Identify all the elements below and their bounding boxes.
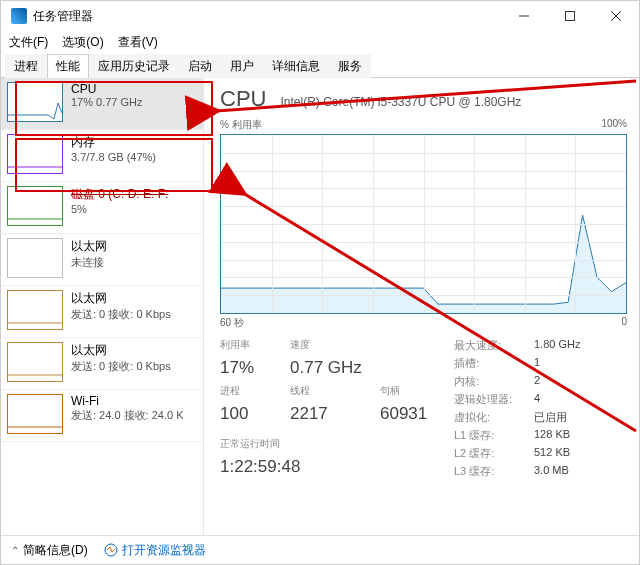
menubar: 文件(F) 选项(O) 查看(V)	[1, 31, 639, 53]
info-key: 内核:	[454, 374, 524, 389]
cpu-model: Intel(R) Core(TM) i5-3337U CPU @ 1.80GHz	[280, 95, 521, 109]
sidebar-item-subtitle: 发送: 0 接收: 0 Kbps	[71, 359, 171, 374]
sidebar-item-subtitle: 3.7/7.8 GB (47%)	[71, 151, 156, 163]
info-key: 插槽:	[454, 356, 524, 371]
close-button[interactable]	[593, 1, 639, 31]
sidebar-item-subtitle: 未连接	[71, 255, 107, 270]
info-key: L3 缓存:	[454, 464, 524, 479]
value-uptime: 1:22:59:48	[220, 457, 450, 479]
sidebar-item-title: 以太网	[71, 342, 171, 359]
open-resource-monitor-link[interactable]: 打开资源监视器	[104, 542, 206, 559]
info-value: 128 KB	[524, 428, 580, 443]
svg-rect-1	[566, 12, 575, 21]
sidebar-item-以太网[interactable]: 以太网发送: 0 接收: 0 Kbps	[1, 286, 203, 338]
axis-top-right: 100%	[601, 118, 627, 132]
info-value: 1	[524, 356, 580, 371]
sidebar-thumbnail	[7, 394, 63, 434]
sidebar-thumbnail	[7, 342, 63, 382]
info-key: 最大速度:	[454, 338, 524, 353]
info-value: 3.0 MB	[524, 464, 580, 479]
sidebar-item-以太网[interactable]: 以太网发送: 0 接收: 0 Kbps	[1, 338, 203, 390]
sidebar-item-title: CPU	[71, 82, 143, 96]
sidebar-item-title: 以太网	[71, 290, 171, 307]
tab-app-history[interactable]: 应用历史记录	[89, 54, 179, 78]
sidebar-thumbnail	[7, 186, 63, 226]
page-title: CPU	[220, 86, 266, 112]
value-utilization: 17%	[220, 358, 290, 380]
tab-services[interactable]: 服务	[329, 54, 371, 78]
content-area: CPU17% 0.77 GHz内存3.7/7.8 GB (47%)磁盘 0 (C…	[1, 78, 639, 535]
label-handles: 句柄	[380, 384, 450, 400]
info-value: 1.80 GHz	[524, 338, 580, 353]
tab-strip: 进程 性能 应用历史记录 启动 用户 详细信息 服务	[1, 53, 639, 78]
sidebar-item-title: 以太网	[71, 238, 107, 255]
menu-view[interactable]: 查看(V)	[118, 34, 158, 51]
main-panel: CPU Intel(R) Core(TM) i5-3337U CPU @ 1.8…	[204, 78, 639, 535]
sidebar-item-磁盘 0 (c: d: e: f:[interactable]: 磁盘 0 (C: D: E: F:5%	[1, 182, 203, 234]
value-handles: 60931	[380, 404, 450, 426]
info-key: L1 缓存:	[454, 428, 524, 443]
cpu-info-list: 最大速度:1.80 GHz插槽:1内核:2逻辑处理器:4虚拟化:已启用L1 缓存…	[454, 338, 580, 479]
label-processes: 进程	[220, 384, 290, 400]
maximize-button[interactable]	[547, 1, 593, 31]
sidebar-item-subtitle: 发送: 0 接收: 0 Kbps	[71, 307, 171, 322]
info-value: 2	[524, 374, 580, 389]
window-title: 任务管理器	[33, 8, 93, 25]
sidebar-item-cpu[interactable]: CPU17% 0.77 GHz	[1, 78, 203, 130]
sidebar-item-内存[interactable]: 内存3.7/7.8 GB (47%)	[1, 130, 203, 182]
monitor-icon	[104, 543, 118, 557]
sidebar-item-title: Wi-Fi	[71, 394, 184, 408]
task-manager-window: { "title": "任务管理器", "menus": {"file":"文件…	[0, 0, 640, 565]
sidebar-item-以太网[interactable]: 以太网未连接	[1, 234, 203, 286]
axis-bottom-left: 60 秒	[220, 316, 244, 330]
cpu-utilization-chart[interactable]	[220, 134, 627, 314]
sidebar-item-title: 磁盘 0 (C: D: E: F:	[71, 186, 168, 203]
info-key: 逻辑处理器:	[454, 392, 524, 407]
sidebar-item-title: 内存	[71, 134, 156, 151]
tab-startup[interactable]: 启动	[179, 54, 221, 78]
value-threads: 2217	[290, 404, 380, 426]
footer: ⌃ 简略信息(D) 打开资源监视器	[1, 535, 639, 564]
info-value: 512 KB	[524, 446, 580, 461]
value-processes: 100	[220, 404, 290, 426]
sidebar-thumbnail	[7, 290, 63, 330]
axis-top-left: % 利用率	[220, 118, 262, 132]
app-icon	[11, 8, 27, 24]
sidebar[interactable]: CPU17% 0.77 GHz内存3.7/7.8 GB (47%)磁盘 0 (C…	[1, 78, 204, 535]
info-value: 4	[524, 392, 580, 407]
label-threads: 线程	[290, 384, 380, 400]
sidebar-thumbnail	[7, 134, 63, 174]
sidebar-item-subtitle: 17% 0.77 GHz	[71, 96, 143, 108]
menu-file[interactable]: 文件(F)	[9, 34, 48, 51]
sidebar-item-wi-fi[interactable]: Wi-Fi发送: 24.0 接收: 24.0 K	[1, 390, 203, 442]
info-key: L2 缓存:	[454, 446, 524, 461]
label-utilization: 利用率	[220, 338, 290, 354]
value-speed: 0.77 GHz	[290, 358, 380, 380]
tab-processes[interactable]: 进程	[5, 54, 47, 78]
label-uptime: 正常运行时间	[220, 437, 450, 453]
minimize-button[interactable]	[501, 1, 547, 31]
info-key: 虚拟化:	[454, 410, 524, 425]
chevron-up-icon[interactable]: ⌃	[11, 545, 19, 556]
sidebar-thumbnail	[7, 82, 63, 122]
info-value: 已启用	[524, 410, 580, 425]
sidebar-thumbnail	[7, 238, 63, 278]
brief-info-button[interactable]: 简略信息(D)	[23, 542, 88, 559]
sidebar-item-subtitle: 发送: 24.0 接收: 24.0 K	[71, 408, 184, 423]
label-speed: 速度	[290, 338, 380, 354]
tab-details[interactable]: 详细信息	[263, 54, 329, 78]
titlebar: 任务管理器	[1, 1, 639, 31]
menu-options[interactable]: 选项(O)	[62, 34, 103, 51]
axis-bottom-right: 0	[621, 316, 627, 330]
sidebar-item-subtitle: 5%	[71, 203, 168, 215]
tab-users[interactable]: 用户	[221, 54, 263, 78]
tab-performance[interactable]: 性能	[47, 54, 89, 78]
